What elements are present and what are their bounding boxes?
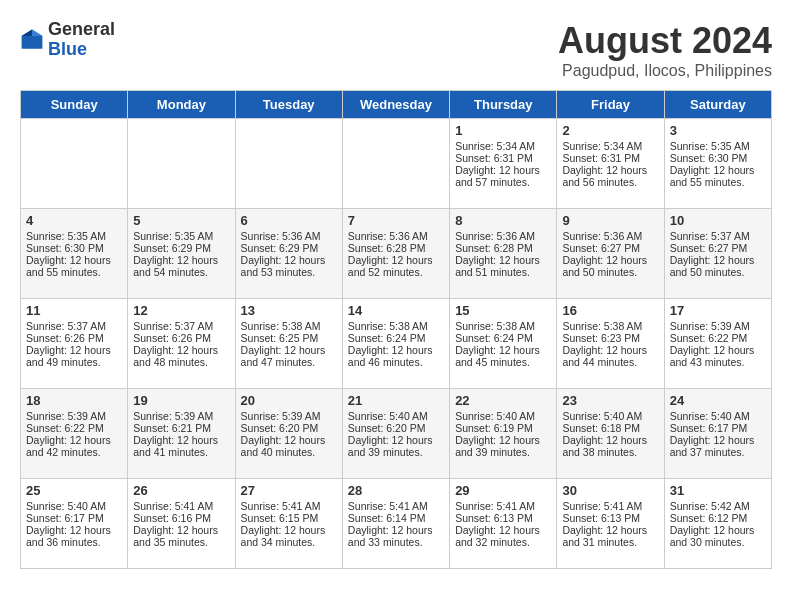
week-row-2: 4Sunrise: 5:35 AMSunset: 6:30 PMDaylight… [21, 209, 772, 299]
cell-content: Daylight: 12 hours [241, 254, 337, 266]
cell-content: Sunrise: 5:35 AM [26, 230, 122, 242]
svg-marker-2 [22, 29, 32, 35]
cell-content: Daylight: 12 hours [455, 344, 551, 356]
calendar-cell: 19Sunrise: 5:39 AMSunset: 6:21 PMDayligh… [128, 389, 235, 479]
days-header-row: SundayMondayTuesdayWednesdayThursdayFrid… [21, 91, 772, 119]
cell-content: and 42 minutes. [26, 446, 122, 458]
day-number: 6 [241, 213, 337, 228]
day-number: 4 [26, 213, 122, 228]
calendar-cell: 21Sunrise: 5:40 AMSunset: 6:20 PMDayligh… [342, 389, 449, 479]
cell-content: and 39 minutes. [348, 446, 444, 458]
cell-content: Sunrise: 5:40 AM [455, 410, 551, 422]
cell-content: and 35 minutes. [133, 536, 229, 548]
cell-content: and 48 minutes. [133, 356, 229, 368]
cell-content: and 40 minutes. [241, 446, 337, 458]
cell-content: Sunrise: 5:37 AM [670, 230, 766, 242]
calendar-cell: 15Sunrise: 5:38 AMSunset: 6:24 PMDayligh… [450, 299, 557, 389]
day-header-sunday: Sunday [21, 91, 128, 119]
cell-content: Sunrise: 5:35 AM [133, 230, 229, 242]
cell-content: Daylight: 12 hours [241, 344, 337, 356]
calendar-cell: 22Sunrise: 5:40 AMSunset: 6:19 PMDayligh… [450, 389, 557, 479]
calendar-cell: 12Sunrise: 5:37 AMSunset: 6:26 PMDayligh… [128, 299, 235, 389]
cell-content: Sunrise: 5:34 AM [562, 140, 658, 152]
cell-content: and 36 minutes. [26, 536, 122, 548]
day-number: 25 [26, 483, 122, 498]
calendar-cell: 4Sunrise: 5:35 AMSunset: 6:30 PMDaylight… [21, 209, 128, 299]
day-number: 8 [455, 213, 551, 228]
header: General Blue August 2024 Pagudpud, Iloco… [20, 20, 772, 80]
day-number: 2 [562, 123, 658, 138]
day-number: 20 [241, 393, 337, 408]
cell-content: Sunset: 6:19 PM [455, 422, 551, 434]
cell-content: Sunset: 6:15 PM [241, 512, 337, 524]
cell-content: Sunset: 6:24 PM [455, 332, 551, 344]
svg-marker-1 [32, 29, 42, 35]
cell-content: Sunset: 6:18 PM [562, 422, 658, 434]
cell-content: Sunrise: 5:41 AM [455, 500, 551, 512]
cell-content: Daylight: 12 hours [241, 434, 337, 446]
cell-content: Daylight: 12 hours [670, 434, 766, 446]
day-header-tuesday: Tuesday [235, 91, 342, 119]
cell-content: Sunrise: 5:36 AM [348, 230, 444, 242]
cell-content: Daylight: 12 hours [26, 254, 122, 266]
day-number: 1 [455, 123, 551, 138]
logo-icon [20, 28, 44, 52]
cell-content: Sunrise: 5:41 AM [348, 500, 444, 512]
cell-content: and 30 minutes. [670, 536, 766, 548]
cell-content: Sunrise: 5:39 AM [241, 410, 337, 422]
cell-content: and 51 minutes. [455, 266, 551, 278]
calendar-cell: 27Sunrise: 5:41 AMSunset: 6:15 PMDayligh… [235, 479, 342, 569]
calendar-cell: 11Sunrise: 5:37 AMSunset: 6:26 PMDayligh… [21, 299, 128, 389]
day-number: 21 [348, 393, 444, 408]
cell-content: Sunset: 6:22 PM [670, 332, 766, 344]
cell-content: Daylight: 12 hours [26, 344, 122, 356]
cell-content: Daylight: 12 hours [455, 254, 551, 266]
day-number: 19 [133, 393, 229, 408]
day-number: 9 [562, 213, 658, 228]
cell-content: Sunset: 6:29 PM [133, 242, 229, 254]
cell-content: and 53 minutes. [241, 266, 337, 278]
cell-content: Sunset: 6:14 PM [348, 512, 444, 524]
cell-content: Daylight: 12 hours [562, 164, 658, 176]
cell-content: Sunrise: 5:36 AM [241, 230, 337, 242]
week-row-1: 1Sunrise: 5:34 AMSunset: 6:31 PMDaylight… [21, 119, 772, 209]
cell-content: and 56 minutes. [562, 176, 658, 188]
day-number: 10 [670, 213, 766, 228]
day-number: 24 [670, 393, 766, 408]
cell-content: Sunset: 6:30 PM [26, 242, 122, 254]
day-header-thursday: Thursday [450, 91, 557, 119]
cell-content: Daylight: 12 hours [348, 254, 444, 266]
cell-content: Daylight: 12 hours [26, 434, 122, 446]
cell-content: Daylight: 12 hours [562, 434, 658, 446]
day-number: 13 [241, 303, 337, 318]
day-number: 22 [455, 393, 551, 408]
day-number: 17 [670, 303, 766, 318]
day-header-friday: Friday [557, 91, 664, 119]
calendar-subtitle: Pagudpud, Ilocos, Philippines [558, 62, 772, 80]
cell-content: Daylight: 12 hours [670, 344, 766, 356]
cell-content: Sunset: 6:31 PM [562, 152, 658, 164]
cell-content: Sunrise: 5:37 AM [133, 320, 229, 332]
cell-content: Daylight: 12 hours [348, 344, 444, 356]
day-number: 26 [133, 483, 229, 498]
cell-content: Sunset: 6:17 PM [26, 512, 122, 524]
logo-general: General [48, 20, 115, 40]
day-number: 23 [562, 393, 658, 408]
cell-content: Sunrise: 5:38 AM [455, 320, 551, 332]
week-row-5: 25Sunrise: 5:40 AMSunset: 6:17 PMDayligh… [21, 479, 772, 569]
calendar-title: August 2024 [558, 20, 772, 62]
cell-content: Sunset: 6:29 PM [241, 242, 337, 254]
cell-content: Sunrise: 5:38 AM [241, 320, 337, 332]
day-header-saturday: Saturday [664, 91, 771, 119]
calendar-cell [21, 119, 128, 209]
cell-content: Daylight: 12 hours [241, 524, 337, 536]
calendar-cell: 31Sunrise: 5:42 AMSunset: 6:12 PMDayligh… [664, 479, 771, 569]
cell-content: Sunrise: 5:40 AM [26, 500, 122, 512]
cell-content: and 38 minutes. [562, 446, 658, 458]
cell-content: Sunset: 6:13 PM [455, 512, 551, 524]
cell-content: Daylight: 12 hours [670, 164, 766, 176]
cell-content: Sunset: 6:16 PM [133, 512, 229, 524]
week-row-3: 11Sunrise: 5:37 AMSunset: 6:26 PMDayligh… [21, 299, 772, 389]
day-number: 5 [133, 213, 229, 228]
cell-content: Daylight: 12 hours [562, 524, 658, 536]
